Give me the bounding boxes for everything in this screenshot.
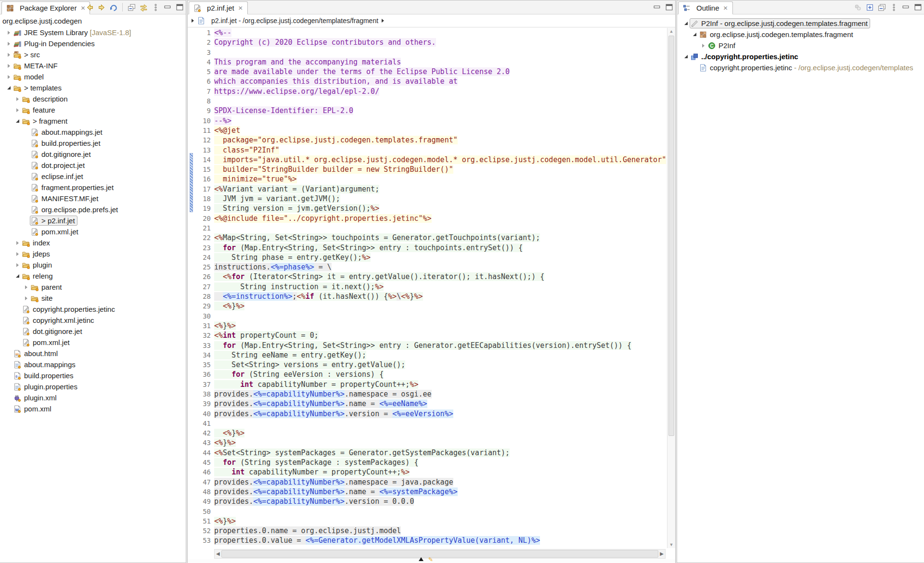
package-explorer-tree-item[interactable]: site [0,293,186,304]
link-with-editor-icon[interactable] [139,3,148,12]
tree-collapsed-arrow-icon[interactable] [22,285,30,289]
tree-item-content[interactable]: Plug-in Dependencies [13,38,97,49]
package-explorer-tree-item[interactable]: model [0,71,186,82]
package-explorer-tree-item[interactable]: about.mappings [0,359,186,370]
tree-item-content[interactable]: org.eclipse.pde.prefs.jet [30,205,120,215]
tree-collapsed-arrow-icon[interactable] [13,97,21,101]
up-icon[interactable] [109,3,118,12]
code-line[interactable]: 3 [188,48,667,57]
tree-item-content[interactable]: dot.gitignore.jet [21,326,85,336]
package-explorer-tree-item[interactable]: index [0,237,186,248]
tree-item-content[interactable]: dot.project.jet [30,160,87,170]
tree-item-content[interactable]: plugin.xml [13,393,59,403]
scroll-right-icon[interactable]: ▶ [660,551,664,556]
minimize-icon[interactable] [901,3,910,12]
vertical-scrollbar[interactable]: ▲ ▼ [667,28,675,548]
code-line[interactable]: 17<%Variant variant = (Variant)argument; [188,184,667,194]
tree-item-content[interactable]: Mpom.xml [13,404,54,414]
code-line[interactable]: 33 for (Map.Entry<String, Set<String>> e… [188,341,667,350]
package-explorer-tree-item[interactable]: releng [0,270,186,282]
tree-item-content[interactable]: MANIFEST.MF.jet [30,193,101,204]
tree-item-content[interactable]: ../copyright.properties.jetinc [690,51,801,62]
code-line[interactable]: 6which accompanies this distribution, an… [188,77,667,86]
code-line[interactable]: 4This program and the accompanying mater… [188,57,667,67]
tree-item-content[interactable]: copyright.properties.jetinc - /org.eclip… [698,63,916,73]
tree-item-content[interactable]: copyright.properties.jetinc [21,304,117,314]
package-explorer-tree-item[interactable]: eclipse.inf.jet [0,171,186,182]
tree-expanded-arrow-icon[interactable] [13,274,21,278]
code-line[interactable]: 47provides.<%=capabilityNumber%>.namespa… [188,477,667,487]
tree-item-content[interactable]: build.properties.jet [30,138,103,148]
maximize-icon[interactable] [913,3,922,12]
close-icon[interactable]: ✕ [723,5,728,12]
breadcrumb-path[interactable]: p2.inf.jet - /org.eclipse.justj.codegen/… [211,17,378,25]
tree-collapsed-arrow-icon[interactable] [13,263,21,267]
tree-collapsed-arrow-icon[interactable] [699,44,707,48]
package-explorer-tree-item[interactable]: MANIFEST.MF.jet [0,193,186,204]
outline-tree-item[interactable]: P2Inf - org.eclipse.justj.codegen.templa… [677,18,924,29]
code-line[interactable]: 10--%> [188,116,667,126]
code-line[interactable]: 28 <%=instruction%>;<%if (it.hasNext()) … [188,292,667,301]
code-line[interactable]: 21 [188,223,667,233]
package-explorer-tree-item[interactable]: build.properties.jet [0,138,186,149]
code-line[interactable]: 8 [188,96,667,106]
tab-p2-inf-jet[interactable]: p2.inf.jet ✕ [189,1,248,14]
trim-stack-pencil-icon[interactable]: ✎ [428,556,433,563]
tree-item-content[interactable]: 0;build.properties [13,371,76,381]
tree-collapsed-arrow-icon[interactable] [13,241,21,245]
code-line[interactable]: 32<%int propertyCount = 0; [188,331,667,340]
tree-item-content[interactable]: JRE System Library [JavaSE-1.8] [13,27,133,38]
code-line[interactable]: 24 String phase = entry.getKey();%> [188,253,667,262]
tree-item-content[interactable]: > fragment [21,116,70,126]
code-line[interactable]: 27 String instruction = it.next();%> [188,282,667,292]
tree-item-content[interactable]: META-INF [13,61,60,71]
horizontal-scrollbar[interactable]: ◀ ▶ [214,549,666,559]
package-explorer-tree-item[interactable]: copyright.xml.jetinc [0,315,186,326]
tree-item-content[interactable]: jdeps [21,249,52,259]
breadcrumb-toggle-icon[interactable] [192,19,194,23]
trim-stack-triangle-icon[interactable] [419,557,424,561]
code-line[interactable]: 44<%Set<String> systemPackages = Generat… [188,448,667,458]
tree-collapsed-arrow-icon[interactable] [5,31,13,35]
tab-outline[interactable]: Outline ✕ [678,1,733,14]
package-explorer-tree-item[interactable]: org.eclipse.pde.prefs.jet [0,204,186,215]
tree-item-content[interactable]: releng [21,271,55,281]
collapse-all-icon[interactable] [127,3,136,12]
tree-item-content[interactable]: about.html [13,348,60,358]
view-menu-icon[interactable] [151,3,160,12]
tree-expanded-arrow-icon[interactable] [682,55,690,58]
tree-collapsed-arrow-icon[interactable] [13,252,21,256]
code-line[interactable]: 14 imports="java.util.* org.eclipse.just… [188,155,667,165]
tree-item-content[interactable]: site [30,293,55,303]
package-explorer-tree-item[interactable]: plugin.properties [0,381,186,392]
code-line[interactable]: 31<%}%> [188,321,667,331]
code-line[interactable]: 51<%}%> [188,516,667,526]
forward-icon[interactable] [97,3,106,12]
tree-item-content[interactable]: P2Inf - org.eclipse.justj.codegen.templa… [690,18,870,28]
tree-item-content[interactable]: > p2.inf.jet [30,216,77,226]
code-line[interactable]: 35 Set<String> versions = entry.getValue… [188,360,667,370]
tree-item-content[interactable]: org.eclipse.justj.codegen.templates.frag… [698,29,856,39]
tree-collapsed-arrow-icon[interactable] [5,42,13,46]
package-explorer-tree-item[interactable]: copyright.properties.jetinc [0,304,186,315]
tree-expanded-arrow-icon[interactable] [5,86,13,90]
package-explorer-tree-item[interactable]: dot.gitignore.jet [0,149,186,160]
code-line[interactable]: 26 <%for (Iterator<String> it = entry.ge… [188,272,667,282]
code-line[interactable]: 5are made available under the terms of t… [188,67,667,77]
code-line[interactable]: 48provides.<%=capabilityNumber%>.name = … [188,487,667,497]
code-line[interactable]: 36 for (String eeVersion : versions) { [188,370,667,379]
outline-tree-item[interactable]: org.eclipse.justj.codegen.templates.frag… [677,29,924,40]
package-explorer-tree-item[interactable]: > fragment [0,115,186,127]
close-icon[interactable]: ✕ [80,5,85,12]
code-line[interactable]: 40provides.<%=capabilityNumber%>.version… [188,409,667,419]
scroll-up-icon[interactable]: ▲ [667,29,675,34]
code-line[interactable]: 15 builder="StringBuilder builder = new … [188,165,667,174]
package-explorer-tree-item[interactable]: description [0,93,186,104]
tree-item-content[interactable]: dot.gitignore.jet [30,149,93,159]
code-line[interactable]: 38provides.<%=capabilityNumber%>.namespa… [188,389,667,399]
code-line[interactable]: 29 <%}%> [188,301,667,311]
package-explorer-tree-item[interactable]: META-INF [0,60,186,71]
tree-item-content[interactable]: CP2Inf [707,40,738,51]
tree-item-content[interactable]: feature [21,105,58,115]
code-line[interactable]: 19 String version = jvm.getVersion();%> [188,204,667,213]
